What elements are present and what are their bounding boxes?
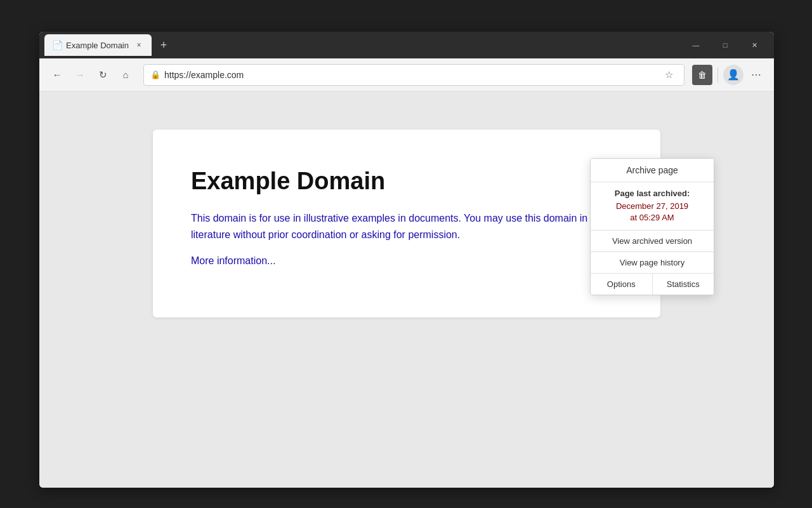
archive-button[interactable]: 🗑 <box>692 65 712 85</box>
maximize-button[interactable]: □ <box>710 34 740 56</box>
forward-button[interactable]: → <box>70 65 90 85</box>
options-button[interactable]: Options <box>591 274 653 295</box>
url-text: https://example.com <box>164 70 656 80</box>
profile-icon: 👤 <box>727 69 740 81</box>
lock-icon: 🔒 <box>150 70 160 79</box>
active-tab[interactable]: 📄 Example Domain × <box>44 34 152 56</box>
tab-title: Example Domain <box>66 41 129 50</box>
archive-page-button[interactable]: Archive page <box>591 159 714 182</box>
close-button[interactable]: ✕ <box>740 34 769 56</box>
home-button[interactable]: ⌂ <box>115 65 136 85</box>
view-archived-version-button[interactable]: View archived version <box>591 231 714 252</box>
title-bar: 📄 Example Domain × + — □ ✕ <box>39 32 774 58</box>
tab-page-icon: 📄 <box>52 40 61 50</box>
nav-separator <box>717 67 718 83</box>
page-heading: Example Domain <box>191 168 622 195</box>
content-card: Example Domain This domain is for use in… <box>153 130 660 318</box>
minimize-button[interactable]: — <box>681 34 710 56</box>
navigation-bar: ← → ↻ ⌂ 🔒 https://example.com ☆ 🗑 👤 ⋯ <box>39 58 774 91</box>
address-bar[interactable]: 🔒 https://example.com ☆ <box>143 64 684 86</box>
archive-info: Page last archived: December 27, 2019 at… <box>591 182 714 231</box>
view-page-history-button[interactable]: View page history <box>591 252 714 273</box>
browser-window: 📄 Example Domain × + — □ ✕ ← → ↻ ⌂ 🔒 htt… <box>39 32 774 488</box>
profile-button[interactable]: 👤 <box>723 65 743 85</box>
page-content: Example Domain This domain is for use in… <box>39 91 774 488</box>
tab-close-button[interactable]: × <box>134 40 144 50</box>
new-tab-button[interactable]: + <box>154 36 173 55</box>
page-body: This domain is for use in illustrative e… <box>191 210 622 243</box>
archive-icon: 🗑 <box>698 70 707 80</box>
archive-dropdown: Archive page Page last archived: Decembe… <box>590 158 714 295</box>
refresh-button[interactable]: ↻ <box>93 65 113 85</box>
more-info-link[interactable]: More information... <box>191 255 275 266</box>
last-archived-date: December 27, 2019 at 05:29 AM <box>598 201 706 224</box>
back-button[interactable]: ← <box>47 65 67 85</box>
last-archived-label: Page last archived: <box>598 189 706 198</box>
menu-button[interactable]: ⋯ <box>746 65 766 85</box>
dropdown-bottom-row: Options Statistics <box>591 273 714 295</box>
window-controls: — □ ✕ <box>681 34 769 56</box>
favorite-button[interactable]: ☆ <box>660 66 678 84</box>
statistics-button[interactable]: Statistics <box>653 274 714 295</box>
